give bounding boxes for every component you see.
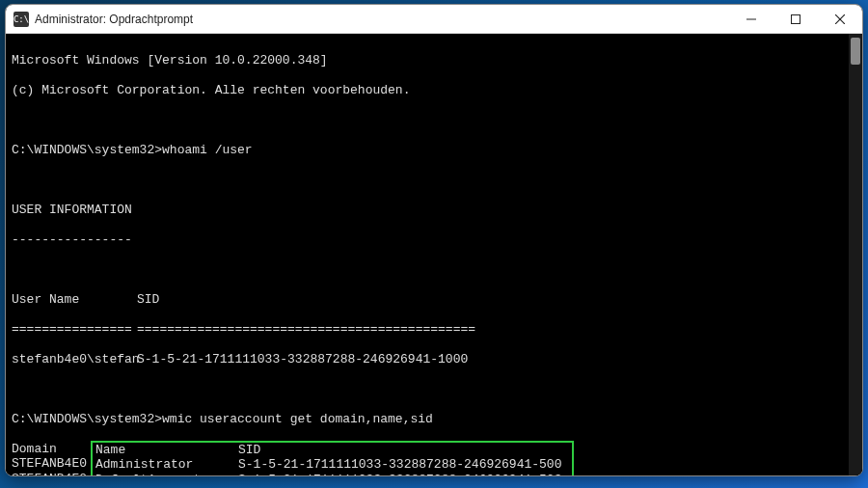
wmic-sid: SID — [238, 443, 260, 458]
wmic-sid: S-1-5-21-1711111033-332887288-246926941-… — [238, 457, 561, 473]
close-button[interactable] — [818, 5, 862, 33]
maximize-button[interactable] — [773, 5, 818, 33]
header-version: Microsoft Windows [Version 10.0.22000.34… — [12, 53, 856, 68]
minimize-button[interactable] — [729, 5, 773, 33]
wmic-domain-column: DomainSTEFANB4E0STEFANB4E0STEFANB4E0STEF… — [12, 442, 91, 476]
svg-rect-1 — [792, 14, 800, 23]
terminal-output[interactable]: Microsoft Windows [Version 10.0.22000.34… — [6, 34, 862, 475]
whoami-col-sid: SID — [137, 292, 159, 307]
highlight-box: NameSIDAdministratorS-1-5-21-1711111033-… — [91, 441, 574, 476]
command-prompt-window: C:\ Administrator: Opdrachtprompt Micros… — [5, 4, 863, 476]
cmd-icon: C:\ — [14, 12, 29, 27]
window-title: Administrator: Opdrachtprompt — [35, 13, 729, 26]
header-copyright: (c) Microsoft Corporation. Alle rechten … — [12, 83, 856, 98]
prompt-command: whoami /user — [162, 143, 253, 157]
prompt-path: C:\WINDOWS\system32> — [12, 412, 162, 426]
wmic-name: DefaultAccount — [95, 473, 238, 476]
wmic-domain: Domain — [12, 442, 91, 457]
wmic-domain: STEFANB4E0 — [12, 472, 91, 476]
wmic-domain: STEFANB4E0 — [12, 456, 91, 472]
prompt-path: C:\WINDOWS\system32> — [12, 143, 162, 157]
whoami-section-title: USER INFORMATION — [12, 203, 856, 218]
titlebar[interactable]: C:\ Administrator: Opdrachtprompt — [6, 5, 862, 34]
scrollbar-thumb[interactable] — [851, 38, 860, 65]
prompt-command: wmic useraccount get domain,name,sid — [162, 412, 433, 426]
wmic-sid: S-1-5-21-1711111033-332887288-246926941-… — [238, 473, 561, 476]
whoami-col-user: User Name — [12, 292, 137, 308]
whoami-user-value: stefanb4e0\stefan — [12, 352, 137, 367]
whoami-divider: ---------------- — [12, 232, 856, 248]
wmic-name: Administrator — [95, 457, 238, 473]
whoami-sid-value: S-1-5-21-1711111033-332887288-246926941-… — [137, 352, 468, 366]
window-controls — [729, 5, 862, 33]
wmic-name: Name — [95, 443, 238, 458]
scrollbar[interactable] — [849, 34, 862, 475]
